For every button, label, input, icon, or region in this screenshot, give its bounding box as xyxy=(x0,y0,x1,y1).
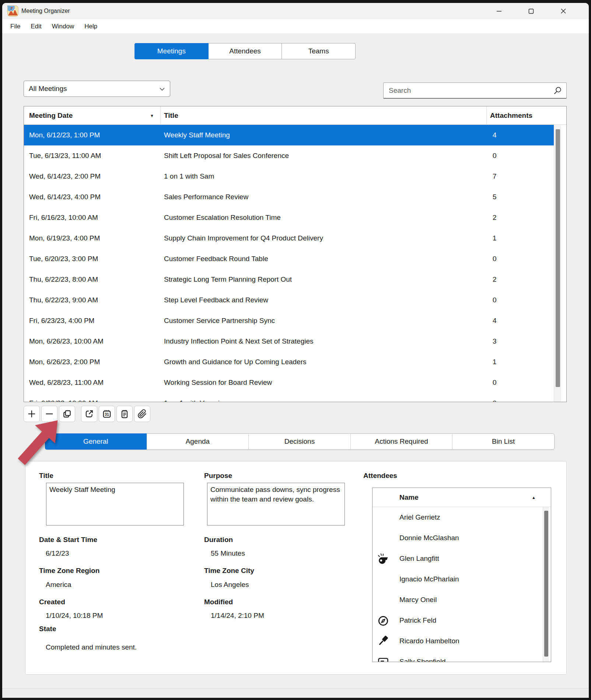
meeting-row[interactable]: Wed, 6/14/23, 2:00 PM1 on 1 with Sam7 xyxy=(24,166,555,187)
column-header-title[interactable]: Title xyxy=(164,106,178,125)
menu-item-window[interactable]: Window xyxy=(47,19,79,34)
attendees-table-body: Ariel GerrietzDonnie McGlashanGlen Langf… xyxy=(373,507,551,662)
tab-meetings[interactable]: Meetings xyxy=(134,43,209,59)
close-button[interactable] xyxy=(547,3,579,19)
attendees-table-header: Name ▲ xyxy=(373,488,551,507)
tab-teams[interactable]: Teams xyxy=(282,43,356,59)
window-controls xyxy=(483,3,579,19)
column-header-meeting-date[interactable]: Meeting Date xyxy=(29,106,73,125)
attendee-name-cell: Ignacio McPharlain xyxy=(399,569,459,590)
attendee-name-cell: Marcy Oneil xyxy=(399,590,437,610)
meeting-row[interactable]: Fri, 6/23/23, 4:00 PMCustomer Service Pa… xyxy=(24,310,555,331)
attendee-name-cell: Glen Langfitt xyxy=(399,548,439,569)
meeting-date-cell: Tue, 6/20/23, 3:00 PM xyxy=(29,249,98,269)
search-icon[interactable] xyxy=(553,87,562,95)
title-label: Title xyxy=(39,472,53,480)
meeting-date-cell: Thu, 6/22/23, 9:00 AM xyxy=(29,290,98,310)
meeting-row[interactable]: Mon, 6/26/23, 10:00 AMIndustry Inflectio… xyxy=(24,331,555,352)
compass-icon xyxy=(377,614,389,627)
duration-label: Duration xyxy=(204,536,233,544)
app-window: Meeting Organizer FileEditWindowHelp Mee… xyxy=(2,3,589,698)
meetings-filter-dropdown[interactable]: All Meetings xyxy=(24,81,170,97)
attendee-row[interactable]: Donnie McGlashan xyxy=(373,528,538,548)
tab-actions-required[interactable]: Actions Required xyxy=(350,434,452,449)
column-divider xyxy=(486,106,487,125)
meeting-attachments-cell: 0 xyxy=(493,290,497,310)
menu-item-file[interactable]: File xyxy=(5,19,25,34)
detail-tab-bar: GeneralAgendaDecisionsActions RequiredBi… xyxy=(45,433,555,450)
attendee-row[interactable]: Sally Shepfield xyxy=(373,651,538,662)
menu-item-help[interactable]: Help xyxy=(79,19,102,34)
duplicate-meeting-button[interactable] xyxy=(59,406,75,422)
created-label: Created xyxy=(39,598,65,606)
attendee-row[interactable]: Ariel Gerrietz xyxy=(373,507,538,528)
attendee-row[interactable]: Patrick Feld xyxy=(373,610,538,631)
meeting-title-cell: Weekly Staff Meeting xyxy=(164,125,230,145)
scrollbar-thumb[interactable] xyxy=(544,511,548,657)
meeting-row[interactable]: Mon, 6/19/23, 4:00 PMSupply Chain Improv… xyxy=(24,228,555,249)
attendee-name-cell: Donnie McGlashan xyxy=(399,528,459,548)
meeting-date-cell: Mon, 6/26/23, 2:00 PM xyxy=(29,352,100,372)
maximize-button[interactable] xyxy=(515,3,547,19)
window-title: Meeting Organizer xyxy=(21,3,70,19)
scrollbar-thumb[interactable] xyxy=(556,129,560,387)
purpose-field[interactable]: Communicate pass downs, sync progress wi… xyxy=(207,483,345,525)
main-tab-bar: MeetingsAttendeesTeams xyxy=(134,43,356,59)
remove-meeting-button[interactable] xyxy=(41,406,57,422)
meeting-attachments-cell: 3 xyxy=(493,331,497,352)
meeting-row[interactable]: Wed, 6/14/23, 4:00 PMSales Performance R… xyxy=(24,187,555,207)
attendee-row[interactable]: Ignacio McPharlain xyxy=(373,569,538,590)
title-bar: Meeting Organizer xyxy=(2,3,589,19)
meeting-attachments-cell: 0 xyxy=(493,249,497,269)
sort-ascending-icon: ▲ xyxy=(532,488,536,507)
meeting-title-cell: Working Session for Board Review xyxy=(164,372,272,393)
tab-bin-list[interactable]: Bin List xyxy=(452,434,554,449)
meeting-row[interactable]: Fri, 6/30/23, 10:00 AM1 on 1 with Veroni… xyxy=(24,393,555,402)
tz-city-value: Los Angeles xyxy=(211,581,249,589)
meeting-title-cell: Growth and Guidance for Up Coming Leader… xyxy=(164,352,307,372)
badge-icon xyxy=(377,655,389,662)
meeting-row[interactable]: Thu, 6/22/23, 9:00 AMStep Level Feedback… xyxy=(24,290,555,310)
attendees-scrollbar[interactable] xyxy=(543,507,549,662)
meeting-date-cell: Wed, 6/14/23, 2:00 PM xyxy=(29,166,101,187)
meeting-date-cell: Fri, 6/16/23, 10:00 AM xyxy=(29,207,98,228)
meeting-row[interactable]: Thu, 6/22/23, 8:00 AMStrategic Long Term… xyxy=(24,269,555,290)
meeting-date-cell: Wed, 6/14/23, 4:00 PM xyxy=(29,187,101,207)
meeting-row[interactable]: Wed, 6/28/23, 11:00 AMWorking Session fo… xyxy=(24,372,555,393)
meetings-table-scrollbar[interactable] xyxy=(554,125,561,402)
minimize-button[interactable] xyxy=(483,3,515,19)
meeting-row[interactable]: Tue, 6/13/23, 11:00 AMShift Left Proposa… xyxy=(24,145,555,166)
search-input[interactable] xyxy=(384,83,566,98)
menu-item-edit[interactable]: Edit xyxy=(25,19,46,34)
notepad-icon xyxy=(120,409,129,419)
meeting-date-cell: Mon, 6/26/23, 10:00 AM xyxy=(29,331,104,352)
svg-text:31: 31 xyxy=(105,412,109,416)
attendee-row[interactable]: Ricardo Hambelton xyxy=(373,631,538,651)
tab-agenda[interactable]: Agenda xyxy=(147,434,249,449)
meeting-row[interactable]: Fri, 6/16/23, 10:00 AMCustomer Escalatio… xyxy=(24,207,555,228)
tab-decisions[interactable]: Decisions xyxy=(248,434,350,449)
tab-attendees[interactable]: Attendees xyxy=(209,43,282,59)
date-start-label: Date & Start Time xyxy=(39,536,97,544)
meeting-row-selected[interactable]: Mon, 6/12/23, 1:00 PMWeekly Staff Meetin… xyxy=(24,125,555,145)
whistle-icon xyxy=(377,552,389,565)
attachment-button[interactable] xyxy=(134,406,150,422)
meeting-title-cell: Supply Chain Improvement for Q4 Product … xyxy=(164,228,323,249)
meeting-row[interactable]: Tue, 6/20/23, 3:00 PMCustomer Feedback R… xyxy=(24,249,555,269)
close-icon xyxy=(560,8,566,14)
tab-general[interactable]: General xyxy=(45,433,147,450)
meeting-date-cell: Wed, 6/28/23, 11:00 AM xyxy=(29,372,104,393)
attendees-table: Name ▲ Ariel GerrietzDonnie McGlashanGle… xyxy=(372,488,551,662)
title-field[interactable]: Weekly Staff Meeting xyxy=(46,483,184,525)
column-header-attachments[interactable]: Attachments xyxy=(490,106,532,125)
calendar-31-icon: 31 xyxy=(102,409,112,419)
app-logo-icon xyxy=(7,6,18,17)
meeting-row[interactable]: Mon, 6/26/23, 2:00 PMGrowth and Guidance… xyxy=(24,352,555,372)
attendee-row[interactable]: Marcy Oneil xyxy=(373,590,538,610)
calendar-button[interactable]: 31 xyxy=(99,406,115,422)
column-header-name[interactable]: Name xyxy=(399,488,419,507)
attendee-row[interactable]: Glen Langfitt xyxy=(373,548,538,569)
open-external-button[interactable] xyxy=(81,406,97,422)
notes-button[interactable] xyxy=(116,406,133,422)
add-meeting-button[interactable] xyxy=(24,406,40,422)
